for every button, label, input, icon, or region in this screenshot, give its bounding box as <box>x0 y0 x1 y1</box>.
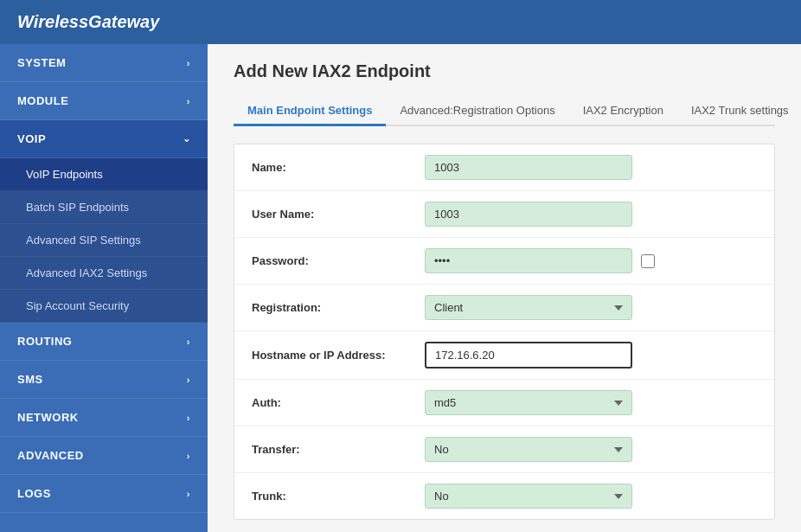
password-show-checkbox[interactable] <box>641 254 655 268</box>
field-control-transfer: No Yes <box>425 437 632 462</box>
field-row-name: Name: <box>234 144 774 191</box>
sidebar-sub-item-label: Sip Account Security <box>26 299 129 312</box>
sidebar-item-label: VOIP <box>17 132 46 145</box>
page-title: Add New IAX2 Endpoint <box>234 61 775 81</box>
app-header: WirelessGateway <box>0 0 801 44</box>
tab-adv-registration[interactable]: Advanced:Registration Options <box>386 97 568 126</box>
field-row-password: Password: <box>234 238 774 285</box>
chevron-right-icon: › <box>187 489 190 499</box>
sidebar-item-voip[interactable]: VOIP ⌄ <box>0 120 208 158</box>
sidebar-item-module[interactable]: MODULE › <box>0 82 208 120</box>
sidebar-item-batch-sip[interactable]: Batch SIP Endpoints <box>0 191 208 224</box>
sidebar: SYSTEM › MODULE › VOIP ⌄ VoIP Endpoints … <box>0 44 208 532</box>
tab-iax2-trunk[interactable]: IAX2 Trunk settings <box>677 97 801 126</box>
sidebar-item-sms[interactable]: SMS › <box>0 361 208 399</box>
sidebar-item-network[interactable]: NETWORK › <box>0 399 208 437</box>
sidebar-item-routing[interactable]: ROUTING › <box>0 323 208 361</box>
sidebar-sub-item-label: Batch SIP Endpoints <box>26 201 129 214</box>
field-label-hostname: Hostname or IP Address: <box>252 349 425 362</box>
field-row-username: User Name: <box>234 191 774 238</box>
sidebar-item-label: LOGS <box>17 487 51 500</box>
sidebar-item-label: NETWORK <box>17 411 79 424</box>
sidebar-sub-item-label: VoIP Endpoints <box>26 168 103 181</box>
sidebar-item-label: ROUTING <box>17 335 72 348</box>
sidebar-sub-item-label: Advanced SIP Settings <box>26 234 141 247</box>
field-control-password <box>425 248 655 273</box>
password-input[interactable] <box>425 248 632 273</box>
trunk-select[interactable]: No Yes <box>425 484 632 509</box>
chevron-right-icon: › <box>187 96 190 106</box>
sidebar-sub-item-label: Advanced IAX2 Settings <box>26 266 147 279</box>
field-row-auth: Auth: md5 plaintext rsa <box>234 380 774 426</box>
field-row-transfer: Transfer: No Yes <box>234 426 774 473</box>
sidebar-item-advanced[interactable]: ADVANCED › <box>0 437 208 475</box>
chevron-right-icon: › <box>187 451 190 461</box>
field-label-password: Password: <box>252 254 425 267</box>
transfer-select[interactable]: No Yes <box>425 437 632 462</box>
name-input[interactable] <box>425 155 632 180</box>
field-control-hostname <box>425 342 632 369</box>
auth-select[interactable]: md5 plaintext rsa <box>425 390 632 415</box>
username-input[interactable] <box>425 202 632 227</box>
chevron-right-icon: › <box>187 337 190 347</box>
sidebar-item-label: SYSTEM <box>17 56 66 69</box>
field-label-transfer: Transfer: <box>252 443 425 456</box>
app-title: WirelessGateway <box>17 12 159 31</box>
sidebar-item-logs[interactable]: LOGS › <box>0 475 208 513</box>
field-control-auth: md5 plaintext rsa <box>425 390 632 415</box>
sidebar-item-label: MODULE <box>17 94 68 107</box>
endpoint-form: Name: User Name: Password: <box>234 144 775 520</box>
sidebar-item-label: SMS <box>17 373 43 386</box>
field-row-hostname: Hostname or IP Address: <box>234 331 774 380</box>
sidebar-item-label: ADVANCED <box>17 449 84 462</box>
content-area: Add New IAX2 Endpoint Main Endpoint Sett… <box>208 44 801 532</box>
sidebar-item-advanced-iax2[interactable]: Advanced IAX2 Settings <box>0 257 208 290</box>
field-row-trunk: Trunk: No Yes <box>234 473 774 519</box>
chevron-right-icon: › <box>187 58 190 68</box>
field-row-registration: Registration: Client Server None <box>234 285 774 331</box>
field-control-name <box>425 155 632 180</box>
tab-iax2-encryption[interactable]: IAX2 Encryption <box>569 97 677 126</box>
field-label-name: Name: <box>252 161 425 174</box>
chevron-down-icon: ⌄ <box>183 133 191 144</box>
field-control-trunk: No Yes <box>425 484 632 509</box>
field-label-trunk: Trunk: <box>252 490 425 503</box>
main-layout: SYSTEM › MODULE › VOIP ⌄ VoIP Endpoints … <box>0 44 801 532</box>
chevron-right-icon: › <box>187 413 190 423</box>
sidebar-item-system[interactable]: SYSTEM › <box>0 44 208 82</box>
sidebar-item-advanced-sip[interactable]: Advanced SIP Settings <box>0 224 208 257</box>
chevron-right-icon: › <box>187 375 190 385</box>
field-control-username <box>425 202 632 227</box>
sidebar-voip-submenu: VoIP Endpoints Batch SIP Endpoints Advan… <box>0 158 208 323</box>
sidebar-item-sip-security[interactable]: Sip Account Security <box>0 290 208 323</box>
sidebar-item-voip-endpoints[interactable]: VoIP Endpoints <box>0 158 208 191</box>
field-label-auth: Auth: <box>252 396 425 409</box>
field-control-registration: Client Server None <box>425 295 632 320</box>
field-label-username: User Name: <box>252 208 425 221</box>
tab-main-endpoint[interactable]: Main Endpoint Settings <box>234 97 386 126</box>
hostname-input[interactable] <box>425 342 632 369</box>
tab-bar: Main Endpoint Settings Advanced:Registra… <box>234 97 775 126</box>
field-label-registration: Registration: <box>252 301 425 314</box>
registration-select[interactable]: Client Server None <box>425 295 632 320</box>
